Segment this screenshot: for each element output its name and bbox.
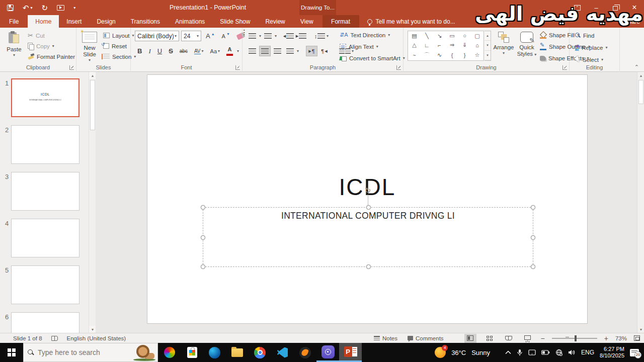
align-left-button[interactable] (247, 46, 258, 56)
shape-rectangle-icon[interactable]: ▭ (449, 33, 454, 39)
paragraph-dialog-launcher[interactable] (396, 65, 401, 70)
shape-star-icon[interactable]: ☆ (475, 52, 480, 58)
slide-editing-surface[interactable]: ICDL ↻ INTERNATIONAL COMPUTER DRIVNG LI (147, 74, 588, 324)
copy-button[interactable]: Copy▾ (26, 41, 76, 51)
underline-button[interactable]: U (155, 46, 165, 56)
rtl-direction-button[interactable]: ¶◂ (318, 46, 330, 56)
decrease-indent-button[interactable]: ◂ (283, 31, 294, 41)
align-center-button[interactable] (259, 46, 271, 56)
tab-file[interactable]: File (0, 15, 28, 28)
start-from-beginning-icon[interactable] (57, 5, 64, 11)
tab-animations[interactable]: Animations (168, 15, 212, 28)
taskbar-search-box[interactable] (23, 343, 158, 362)
font-dialog-launcher[interactable] (235, 65, 240, 70)
tell-me-box[interactable]: Tell me what you want to do... (367, 15, 455, 28)
increase-indent-button[interactable]: ▸ (295, 31, 307, 41)
reading-view-button[interactable] (503, 334, 515, 343)
font-color-dropdown-icon[interactable]: ▾ (237, 49, 239, 53)
notification-center-icon[interactable]: 20 (630, 349, 639, 356)
shape-left-brace-icon[interactable]: { (451, 52, 453, 58)
zoom-in-button[interactable]: + (604, 334, 608, 342)
zoom-out-button[interactable]: − (541, 334, 545, 342)
notes-button[interactable]: Notes (372, 333, 399, 343)
slide-thumbnail-2[interactable] (11, 125, 79, 164)
microphone-icon[interactable] (517, 349, 523, 356)
resize-handle-top-left[interactable] (201, 205, 205, 210)
tray-chevron-icon[interactable] (505, 350, 511, 354)
shape-rounded-rectangle-icon[interactable]: ▢ (474, 33, 479, 39)
weather-condition[interactable]: Sunny (471, 349, 490, 356)
format-painter-button[interactable]: Format Painter (26, 51, 76, 62)
start-button[interactable] (0, 343, 23, 362)
customize-qat-icon[interactable]: ▾ (73, 6, 75, 10)
scrollbar-thumb[interactable] (638, 80, 643, 104)
slide-indicator[interactable]: Slide 1 of 8 (13, 335, 42, 341)
strikethrough-button[interactable]: S (166, 46, 176, 56)
slide-thumbnail-6[interactable] (11, 312, 79, 333)
taskbar-powerpoint-icon[interactable]: P (339, 343, 362, 362)
spell-check-icon[interactable] (51, 336, 58, 341)
tab-view[interactable]: View (293, 15, 321, 28)
language-indicator[interactable]: English (United States) (67, 335, 126, 341)
shape-elbow-arrow-icon[interactable]: ⌐ (438, 42, 441, 48)
device-icon[interactable] (528, 349, 536, 355)
weather-sun-icon[interactable]: 4 (435, 347, 446, 358)
ltr-direction-button[interactable]: ▸¶ (306, 46, 317, 56)
font-color-button[interactable]: A (224, 46, 235, 56)
bullets-button[interactable] (247, 31, 258, 41)
scrollbar-thumb[interactable] (90, 80, 95, 130)
shape-arc-icon[interactable]: ⌒ (424, 51, 430, 59)
slide-subtitle-text[interactable]: INTERNATIONAL COMPUTER DRIVNG LI (203, 211, 533, 221)
slide-thumbnail-4[interactable] (11, 219, 79, 257)
new-slide-dropdown-icon[interactable]: ▾ (89, 58, 91, 62)
character-spacing-button[interactable]: AV▾ (192, 46, 206, 56)
numbering-dropdown-icon[interactable]: ▾ (275, 34, 277, 38)
shape-text-box-icon[interactable]: ▤ (412, 33, 417, 39)
language-indicator[interactable]: ENG (581, 349, 594, 356)
zoom-level[interactable]: 73% (615, 335, 627, 341)
align-right-button[interactable] (272, 46, 283, 56)
slide-show-button[interactable] (522, 334, 534, 343)
undo-dropdown-icon[interactable]: ▾ (31, 6, 33, 10)
resize-handle-middle-left[interactable] (201, 235, 205, 240)
clipboard-dialog-launcher[interactable] (69, 65, 74, 70)
shapes-gallery[interactable]: ▤ ╲ ↘ ▭ ○ ▢ △ ∟ ⌐ ⇒ ⇓ ⌂ ~ ⌒ ∿ { } ☆ (408, 31, 484, 61)
resize-handle-bottom-left[interactable] (201, 264, 205, 269)
resize-handle-top-right[interactable] (531, 205, 535, 210)
zoom-slider[interactable] (552, 338, 597, 339)
arrange-dropdown-icon[interactable]: ▾ (503, 51, 505, 55)
clock[interactable]: 6:27 PM 8/10/2025 (600, 346, 624, 359)
shape-curve-icon[interactable]: ∿ (437, 52, 442, 58)
new-slide-button[interactable]: New Slide ▾ (77, 30, 102, 63)
tab-review[interactable]: Review (258, 15, 292, 28)
replace-button[interactable]: abacReplace▾ (574, 42, 609, 53)
taskbar-vscode-icon[interactable] (271, 343, 294, 362)
tab-insert[interactable]: Insert (59, 15, 89, 28)
align-text-button[interactable]: Align Text▾ (338, 41, 407, 52)
tab-home[interactable]: Home (28, 15, 59, 28)
convert-to-smartart-button[interactable]: Convert to SmartArt▾ (338, 53, 407, 63)
speaker-icon[interactable] (568, 349, 576, 355)
select-button[interactable]: Select▾ (574, 54, 609, 65)
font-family-combo[interactable]: Calibri (Body)▾ (135, 31, 179, 41)
arrange-button[interactable]: Arrange ▾ (492, 30, 515, 63)
scroll-down-icon[interactable]: ▼ (637, 326, 644, 333)
tab-transitions[interactable]: Transitions (123, 15, 168, 28)
network-globe-icon[interactable] (555, 349, 562, 356)
line-spacing-dropdown-icon[interactable]: ▾ (327, 34, 329, 38)
tab-format[interactable]: Format (323, 15, 359, 28)
resize-handle-top-center[interactable] (366, 205, 371, 210)
shape-triangle-icon[interactable]: △ (412, 42, 416, 48)
taskbar-copilot-icon[interactable] (158, 343, 181, 362)
slide-sorter-view-button[interactable] (484, 334, 496, 343)
comments-button[interactable]: Comments (406, 333, 445, 343)
taskbar-file-explorer-icon[interactable] (226, 343, 249, 362)
scroll-up-icon[interactable]: ▲ (637, 72, 644, 79)
taskbar-flstudio-icon[interactable] (294, 343, 316, 362)
weather-temperature[interactable]: 36°C (451, 349, 466, 356)
canvas-vertical-scrollbar[interactable]: ▲ ▼ (637, 72, 644, 333)
normal-view-button[interactable] (464, 334, 476, 343)
shape-right-brace-icon[interactable]: } (464, 52, 466, 58)
cut-button[interactable]: ✂Cut (26, 30, 76, 41)
shapes-gallery-scrollbar[interactable]: ▲ ▼ ▼ (485, 31, 491, 61)
